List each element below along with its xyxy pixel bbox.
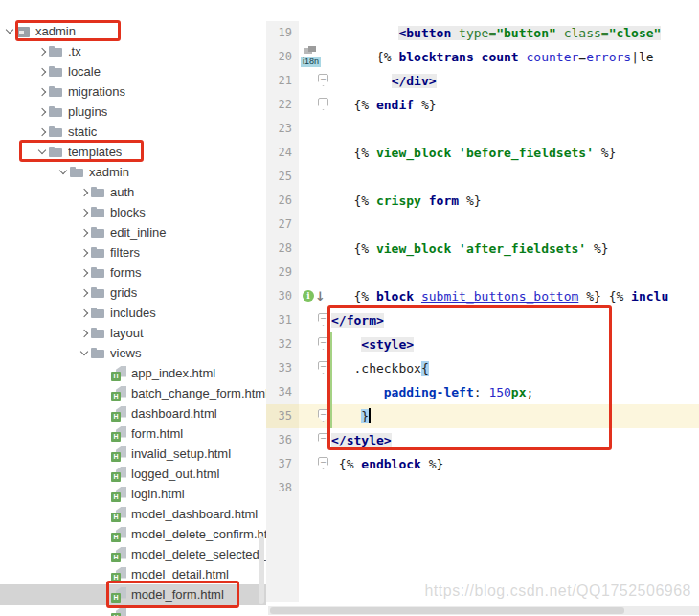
code-line-32[interactable]: 32– <style> <box>266 332 699 356</box>
fold-marker-icon[interactable]: – <box>318 457 328 469</box>
chevron-right-icon[interactable] <box>79 308 90 319</box>
fold-marker-icon[interactable]: – <box>318 74 328 86</box>
tree-item-label: invalid_setup.html <box>131 444 231 464</box>
code-line-31[interactable]: 31–</form> <box>266 308 699 332</box>
tree-item-label: app_index.html <box>131 363 215 383</box>
fold-marker-icon[interactable]: – <box>318 313 328 326</box>
tree-item-migrations[interactable]: migrations <box>0 81 266 102</box>
code-line-30[interactable]: 30i↓ {% block submit_buttons_bottom %} {… <box>266 285 699 308</box>
fold-marker-icon[interactable]: – <box>318 337 328 350</box>
code-line-35[interactable]: 35– } <box>266 404 699 428</box>
tree-item-templates[interactable]: templates <box>0 142 266 162</box>
chevron-placeholder <box>100 408 111 420</box>
chevron-right-icon[interactable] <box>36 126 48 138</box>
tree-item-blocks[interactable]: blocks <box>0 202 266 222</box>
code-line-37[interactable]: 37– {% endblock %} <box>266 452 699 476</box>
gutter-cell: – <box>299 428 331 452</box>
line-number: 28 <box>266 237 299 261</box>
chevron-down-icon[interactable] <box>36 147 48 158</box>
code-line-23[interactable]: 23 <box>266 117 699 141</box>
chevron-down-icon[interactable] <box>79 348 90 359</box>
code-line-33[interactable]: 33– .checkbox{ <box>266 356 699 380</box>
chevron-right-icon[interactable] <box>79 247 90 259</box>
tree-item-dashboard-html[interactable]: dashboard.html <box>0 403 266 423</box>
tree-vertical-scrollbar-thumb[interactable] <box>259 536 264 604</box>
code-editor[interactable]: 19 <button type="button" class="close"20… <box>266 0 699 616</box>
chevron-right-icon[interactable] <box>79 287 90 299</box>
implemented-marker-icon[interactable]: i <box>303 290 314 302</box>
chevron-placeholder <box>100 468 111 480</box>
code-line-29[interactable]: 29 <box>266 261 699 285</box>
code-line-28[interactable]: 28 {% view_block 'after_fieldsets' %} <box>266 237 699 261</box>
code-line-20[interactable]: 20i18n {% blocktrans count counter=error… <box>266 45 699 69</box>
code-line-25[interactable]: 25 <box>266 165 699 189</box>
tree-item-form-html[interactable]: form.html <box>0 423 266 444</box>
tree-item-model-delete-selected-c[interactable]: model_delete_selected_c <box>0 544 266 564</box>
line-number: 24 <box>266 141 299 165</box>
editor-horizontal-scrollbar[interactable] <box>268 606 699 615</box>
chevron-right-icon[interactable] <box>79 267 90 279</box>
tree-item-auth[interactable]: auth <box>0 182 266 202</box>
tree-item-label: forms <box>110 262 142 283</box>
code-line-36[interactable]: 36–</style> <box>266 428 699 452</box>
project-tree-panel[interactable]: xadmin.txlocalemigrationspluginsstaticte… <box>0 0 266 616</box>
tree-item-invalid-setup-html[interactable]: invalid_setup.html <box>0 444 266 464</box>
code-token: px <box>511 385 527 399</box>
code-token <box>414 289 421 304</box>
code-line-22[interactable]: 22– {% endif %} <box>266 93 699 117</box>
tree-item-filters[interactable]: filters <box>0 242 266 262</box>
editor-horizontal-scrollbar-thumb[interactable] <box>270 607 624 614</box>
html-file-icon <box>111 406 127 422</box>
code-line-19[interactable]: 19 <button type="button" class="close" <box>266 21 699 45</box>
tree-item-login-html[interactable]: login.html <box>0 484 266 504</box>
html-file-icon <box>111 547 127 562</box>
html-file-icon <box>111 386 127 401</box>
tree-item-app-index-html[interactable]: app_index.html <box>0 363 266 383</box>
code-line-34[interactable]: 34 padding-left: 150px; <box>266 380 699 404</box>
tree-item-xadmin[interactable]: xadmin <box>0 162 266 182</box>
tree-item-xadmin[interactable]: xadmin <box>0 21 266 41</box>
folder-icon <box>90 225 106 240</box>
fold-marker-icon[interactable]: – <box>318 98 328 110</box>
tree-item-includes[interactable]: includes <box>0 303 266 323</box>
code-line-text <box>331 165 699 189</box>
chevron-right-icon[interactable] <box>79 207 90 218</box>
fold-marker-icon[interactable]: – <box>318 409 328 422</box>
code-line-27[interactable]: 27 <box>266 213 699 237</box>
tree-item-forms[interactable]: forms <box>0 262 266 283</box>
tree-item--tx[interactable]: .tx <box>0 41 266 61</box>
fold-marker-icon[interactable]: – <box>318 433 328 445</box>
code-token: %} <box>414 98 436 112</box>
code-line-38[interactable]: 38 <box>266 476 699 500</box>
chevron-down-icon[interactable] <box>4 26 15 37</box>
tree-item-static[interactable]: static <box>0 122 266 142</box>
code-line-26[interactable]: 26 {% crispy form %} <box>266 189 699 213</box>
tree-item-edit-inline[interactable]: edit_inline <box>0 222 266 242</box>
chevron-down-icon[interactable] <box>57 167 69 178</box>
tree-item-partial[interactable] <box>0 605 266 616</box>
tree-item-batch-change-form-html[interactable]: batch_change_form.html <box>0 383 266 403</box>
chevron-right-icon[interactable] <box>79 328 90 339</box>
navigate-down-arrow-icon[interactable]: ↓ <box>315 287 326 306</box>
chevron-right-icon[interactable] <box>36 106 48 118</box>
chevron-right-icon[interactable] <box>36 46 48 57</box>
code-line-21[interactable]: 21– </div> <box>266 69 699 93</box>
code-token: </div> <box>392 74 437 88</box>
tree-item-logged-out-html[interactable]: logged_out.html <box>0 464 266 484</box>
tree-item-model-dashboard-html[interactable]: model_dashboard.html <box>0 504 266 524</box>
tree-item-grids[interactable]: grids <box>0 283 266 303</box>
tree-item-plugins[interactable]: plugins <box>0 102 266 122</box>
code-line-24[interactable]: 24 {% view_block 'before_fieldsets' %} <box>266 141 699 165</box>
tree-item-model-delete-confirm-ht[interactable]: model_delete_confirm.ht <box>0 524 266 544</box>
chevron-right-icon[interactable] <box>79 187 90 198</box>
tree-item-locale[interactable]: locale <box>0 61 266 81</box>
tree-item-layout[interactable]: layout <box>0 323 266 343</box>
chevron-right-icon[interactable] <box>36 66 48 78</box>
tree-item-model-form-html[interactable]: model_form.html <box>0 584 266 605</box>
tree-item-views[interactable]: views <box>0 343 266 363</box>
chevron-right-icon[interactable] <box>36 86 48 98</box>
fold-marker-icon[interactable]: – <box>318 361 328 374</box>
code-token <box>451 146 459 160</box>
tree-item-model-detail-html[interactable]: model_detail.html <box>0 564 266 584</box>
chevron-right-icon[interactable] <box>79 227 90 239</box>
